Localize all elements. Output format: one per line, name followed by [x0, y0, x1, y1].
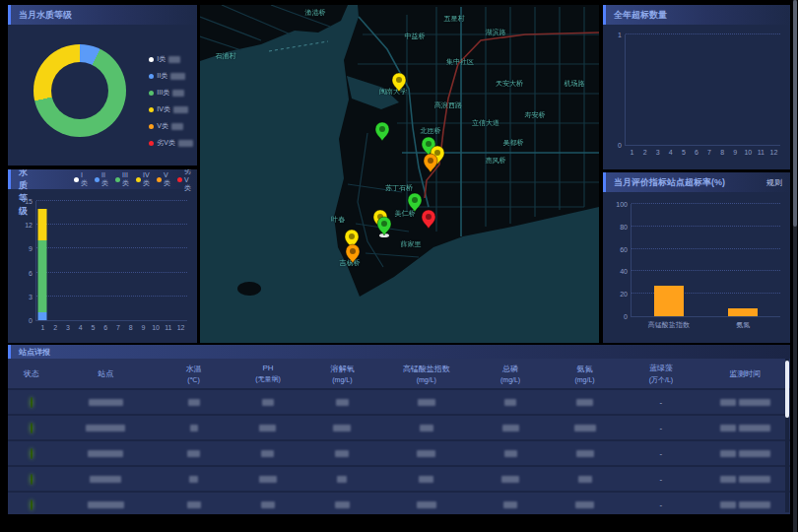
- legend-label: IV类: [143, 171, 150, 188]
- panel-month-water-grade: 当月水质等级 I类II类III类IV类V类劣V类: [8, 5, 197, 166]
- x-axis-tick: 7: [116, 324, 120, 331]
- legend-dot-icon: [74, 177, 79, 182]
- cell-blue-green-algae: -: [622, 500, 699, 509]
- rule-link[interactable]: 规则: [766, 177, 790, 188]
- cell-ammonia-nitrogen: [548, 475, 622, 484]
- x-axis-tick: 2: [643, 149, 647, 156]
- station-pin-icon[interactable]: [376, 216, 392, 236]
- station-pin-icon[interactable]: [391, 72, 407, 93]
- y-axis-tick: 12: [25, 222, 33, 229]
- exceed-rate-chart[interactable]: 020406080100高锰酸盐指数氨氮: [631, 204, 780, 317]
- redacted-value: [188, 399, 200, 406]
- table-scrollbar[interactable]: [785, 359, 789, 512]
- table-row[interactable]: -: [8, 467, 790, 491]
- legend-item[interactable]: IV类: [136, 169, 150, 193]
- legend-label: I类: [157, 54, 166, 64]
- redacted-value: [739, 450, 770, 457]
- x-axis-tick: 7: [707, 149, 711, 156]
- map-label: 机场路: [565, 79, 585, 89]
- status-normal-icon: [31, 423, 33, 433]
- panel-title: 当月水质等级: [19, 9, 72, 22]
- page-scrollbar-thumb[interactable]: [793, 0, 797, 227]
- legend-item[interactable]: V类: [149, 121, 193, 131]
- map-label: 石浦村: [216, 51, 236, 61]
- panel-map[interactable]: 石浦村渔港桥五星村湖滨路中益桥集中社区天安大桥机场路闽南大学高浪西路寿安桥立信大…: [200, 5, 599, 343]
- stacked-bar-segment[interactable]: [38, 312, 47, 320]
- legend-item[interactable]: I类: [149, 54, 193, 64]
- rate-bar[interactable]: [728, 308, 758, 316]
- cell-station: [55, 449, 157, 458]
- table-row[interactable]: -: [8, 441, 790, 465]
- stacked-bar-segment[interactable]: [38, 209, 47, 240]
- table-row[interactable]: -: [8, 416, 790, 439]
- stacked-bar-segment[interactable]: [38, 240, 47, 312]
- y-axis-tick: 15: [25, 198, 33, 205]
- redacted-value: [575, 501, 594, 508]
- column-label: 状态: [24, 369, 39, 378]
- table-scrollbar-thumb[interactable]: [785, 361, 789, 418]
- rate-bar[interactable]: [654, 286, 684, 316]
- legend-item[interactable]: III类: [149, 88, 193, 98]
- redacted-value: [739, 399, 770, 406]
- table-row[interactable]: -: [8, 390, 790, 414]
- legend-item[interactable]: I类: [74, 169, 88, 193]
- legend-item[interactable]: 劣V类: [177, 169, 191, 193]
- legend-item[interactable]: II类: [95, 169, 108, 193]
- cell-permanganate-index: [379, 424, 473, 432]
- panel-title: 全年水质等级: [19, 169, 29, 218]
- cell-permanganate-index: [379, 449, 473, 458]
- redacted-value: [170, 73, 185, 80]
- legend-item[interactable]: V类: [157, 169, 170, 193]
- station-pin-icon[interactable]: [421, 209, 436, 230]
- panel-title: 当月评价指标站点超标率(%): [614, 176, 725, 189]
- cell-status: [8, 449, 55, 458]
- panel-title: 全年超标数量: [614, 9, 667, 22]
- redacted-value: [259, 476, 277, 483]
- redacted-value: [187, 501, 201, 508]
- station-pin-icon[interactable]: [374, 121, 390, 142]
- panel-title-bar: 当月评价指标站点超标率(%) 规则: [603, 172, 790, 192]
- legend-label: I类: [81, 171, 88, 188]
- table-row[interactable]: -: [8, 493, 790, 514]
- column-header-total-phosphorus: 总磷(mg/L): [473, 364, 547, 383]
- legend-dot-icon: [149, 57, 154, 62]
- x-axis-tick: 1: [631, 149, 634, 156]
- cell-total-phosphorus: [473, 449, 547, 458]
- y-axis-tick: 6: [29, 270, 33, 277]
- donut-chart[interactable]: [33, 44, 126, 137]
- legend-item[interactable]: IV类: [149, 104, 193, 114]
- cell-water-temp: [157, 500, 231, 509]
- page-scrollbar[interactable]: [793, 0, 797, 532]
- x-axis-tick: 3: [66, 324, 70, 331]
- cell-blue-green-algae: -: [622, 449, 699, 458]
- table-title-bar: 站点详报: [8, 345, 790, 359]
- cell-monitor-time: [700, 398, 790, 407]
- legend-item[interactable]: II类: [149, 71, 193, 81]
- station-pin-icon[interactable]: [345, 243, 361, 264]
- legend-item[interactable]: III类: [115, 169, 129, 193]
- redacted-value: [89, 399, 123, 406]
- map-label: 惠风桥: [486, 156, 506, 166]
- column-header-monitor-time: 监测时间: [700, 368, 790, 379]
- cell-status: [8, 500, 55, 509]
- legend-dot-icon: [95, 177, 100, 182]
- redacted-value: [576, 450, 594, 457]
- redacted-value: [501, 476, 519, 483]
- x-axis-tick: 12: [177, 324, 185, 331]
- station-pin-icon[interactable]: [423, 153, 438, 173]
- map-label: 立信大道: [472, 118, 499, 128]
- x-axis-tick: 4: [669, 149, 673, 156]
- status-normal-icon: [31, 474, 33, 485]
- redacted-value: [574, 425, 596, 432]
- annual-exceed-chart[interactable]: 01123456789101112: [625, 34, 780, 146]
- cell-dissolved-oxygen: [305, 398, 379, 407]
- y-axis-tick: 0: [29, 317, 33, 324]
- table-body: -----: [8, 390, 790, 514]
- legend-dot-icon: [177, 177, 182, 182]
- legend-item[interactable]: 劣V类: [149, 138, 193, 148]
- column-unit: (mg/L): [548, 376, 622, 383]
- x-axis-tick: 5: [682, 149, 686, 156]
- stacked-bar-chart[interactable]: 03691215123456789101112: [35, 201, 187, 321]
- x-axis-tick: 氨氮: [736, 320, 750, 330]
- cell-monitor-time: [700, 475, 790, 484]
